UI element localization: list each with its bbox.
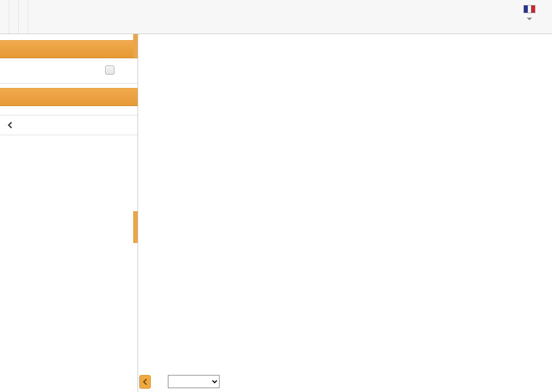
garden-plan[interactable] bbox=[138, 34, 552, 392]
sidebar-edge-accent bbox=[133, 211, 138, 243]
panel-title bbox=[0, 40, 138, 58]
app-window bbox=[0, 0, 552, 392]
toolbar-group-history bbox=[9, 0, 18, 34]
sidebar-edge-accent bbox=[133, 34, 138, 58]
cotation-visible-checkbox[interactable] bbox=[105, 65, 114, 75]
toolbar-group-zoom bbox=[18, 0, 28, 34]
divider bbox=[0, 83, 138, 84]
caret-down-icon bbox=[527, 18, 532, 20]
object-options bbox=[0, 106, 138, 108]
unit-select[interactable] bbox=[168, 375, 220, 388]
sidebar bbox=[0, 34, 138, 392]
garden-canvas[interactable] bbox=[138, 34, 552, 392]
chevron-left-icon bbox=[142, 378, 148, 385]
chevron-left-icon bbox=[7, 121, 14, 129]
toolbar bbox=[0, 0, 552, 34]
options-title bbox=[0, 88, 138, 106]
toolbar-group-account bbox=[28, 0, 37, 34]
back-to-menu-link[interactable] bbox=[0, 115, 138, 135]
french-flag-icon bbox=[523, 5, 535, 13]
sidebar-collapse-button[interactable] bbox=[139, 375, 151, 389]
toolbar-group-file bbox=[0, 0, 9, 34]
language-selector[interactable] bbox=[523, 5, 535, 20]
